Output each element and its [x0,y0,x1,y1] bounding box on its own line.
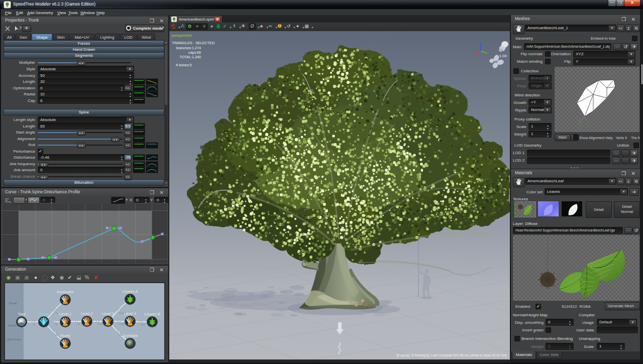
svg-text:perspective: perspective [171,33,192,38]
svg-text:Level 2: Level 2 [81,311,93,316]
svg-text:.08: .08 [55,334,58,336]
svg-text:-0.146: -0.146 [97,323,103,325]
svg-text:caps:66: caps:66 [188,50,201,55]
svg-text:Gumballs: Gumballs [122,333,138,338]
svg-text:Roots: Roots [60,333,70,338]
svg-text:Level 1: Level 1 [59,312,71,316]
svg-text:Knotholes: Knotholes [57,290,74,294]
svg-text:# bones:5: # bones:5 [176,63,192,67]
svg-text:Wind Forces: Wind Forces [7,338,22,341]
svg-text:.275: .275 [76,323,81,325]
svg-text:Leaves A: Leaves A [123,289,138,294]
svg-text:?: ? [19,26,22,31]
svg-text:.28: .28 [55,323,58,325]
svg-text:Level 3: Level 3 [102,311,114,316]
svg-text:Level 4: Level 4 [124,311,136,316]
svg-text:Leaves B: Leaves B [144,312,160,316]
svg-text:10.2: 10.2 [141,323,145,326]
svg-text:Tree: Tree [18,312,25,316]
svg-text:-0.366: -0.366 [119,323,125,325]
svg-text:Forces: Forces [9,302,17,305]
svg-text:Trunk: Trunk [39,312,49,316]
svg-text:[8 cpu(s), 8 thread(s)], Last: [8 cpu(s), 8 thread(s)], Last Compute 52… [396,353,507,357]
svg-text:Collision: Collision [8,324,17,327]
svg-text:TRIANGLES - SELECTED: TRIANGLES - SELECTED [172,41,215,45]
svg-text:.75: .75 [55,312,58,314]
svg-text:TOTAL:1,340: TOTAL:1,340 [180,55,201,59]
svg-text:branches:1,274: branches:1,274 [176,46,201,50]
